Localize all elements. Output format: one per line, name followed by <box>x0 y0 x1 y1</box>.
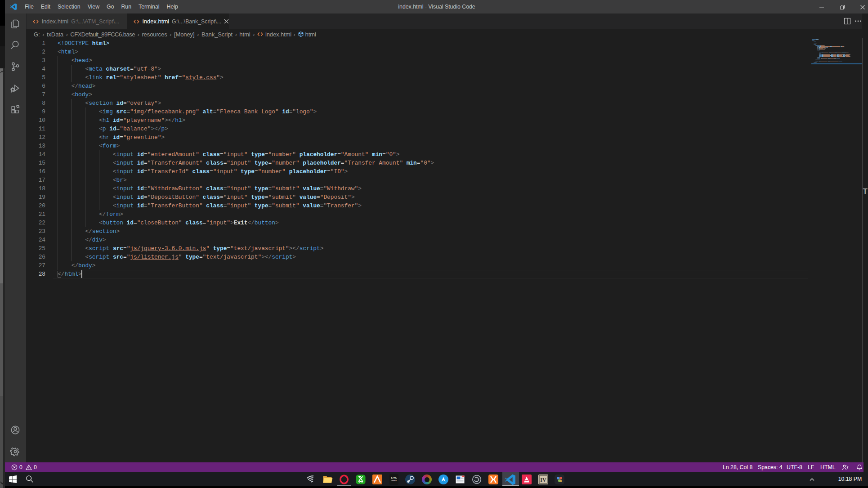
svg-text:EPIC: EPIC <box>391 476 397 479</box>
svg-text:IV: IV <box>540 477 546 483</box>
svg-text:GAMES: GAMES <box>391 480 397 482</box>
